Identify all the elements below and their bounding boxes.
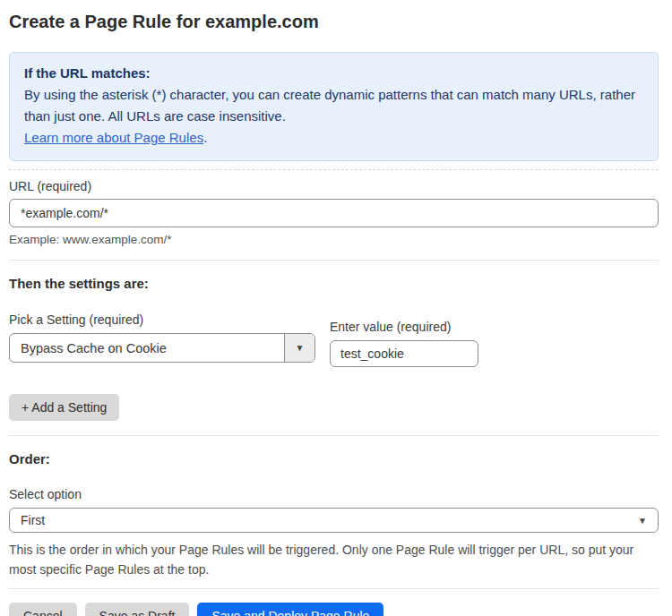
info-box-heading: If the URL matches: <box>24 63 643 84</box>
settings-section-heading: Then the settings are: <box>9 276 659 292</box>
dropdown-arrow-button[interactable]: ▼ <box>284 334 314 362</box>
setting-picker-column: Pick a Setting (required) Bypass Cache o… <box>9 312 315 363</box>
setting-picker-label: Pick a Setting (required) <box>9 312 315 328</box>
divider <box>9 169 659 170</box>
link-period: . <box>203 130 207 145</box>
settings-row: Pick a Setting (required) Bypass Cache o… <box>9 312 659 367</box>
divider <box>9 260 659 261</box>
url-matches-info-box: If the URL matches: By using the asteris… <box>9 52 659 161</box>
footer-actions: Cancel Save as Draft Save and Deploy Pag… <box>9 603 659 616</box>
setting-value-column: Enter value (required) <box>330 320 478 367</box>
setting-value-input[interactable] <box>330 340 478 367</box>
page-title: Create a Page Rule for example.com <box>9 11 659 32</box>
learn-more-link[interactable]: Learn more about Page Rules <box>24 130 203 145</box>
chevron-down-icon: ▼ <box>296 343 305 353</box>
save-and-deploy-button[interactable]: Save and Deploy Page Rule <box>197 603 383 616</box>
order-select[interactable]: First ▼ <box>9 508 659 533</box>
setting-select[interactable]: Bypass Cache on Cookie ▼ <box>9 333 315 363</box>
url-example-helper: Example: www.example.com/* <box>9 233 659 247</box>
setting-select-value: Bypass Cache on Cookie <box>10 334 284 362</box>
info-box-link-line: Learn more about Page Rules. <box>24 127 643 149</box>
order-helper-text: This is the order in which your Page Rul… <box>9 540 654 579</box>
order-select-value: First <box>21 513 45 527</box>
url-input[interactable] <box>9 199 659 227</box>
divider <box>9 435 659 436</box>
info-box-body: By using the asterisk (*) character, you… <box>24 84 643 127</box>
order-section-heading: Order: <box>9 451 659 467</box>
url-field-label: URL (required) <box>9 179 659 194</box>
divider <box>9 588 659 589</box>
order-select-label: Select option <box>9 487 659 502</box>
cancel-button[interactable]: Cancel <box>9 603 77 616</box>
save-as-draft-button[interactable]: Save as Draft <box>85 603 190 616</box>
add-setting-button[interactable]: + Add a Setting <box>9 394 119 421</box>
setting-value-label: Enter value (required) <box>330 320 478 335</box>
chevron-down-icon: ▼ <box>638 516 647 526</box>
create-page-rule-panel: Create a Page Rule for example.com If th… <box>0 0 672 616</box>
